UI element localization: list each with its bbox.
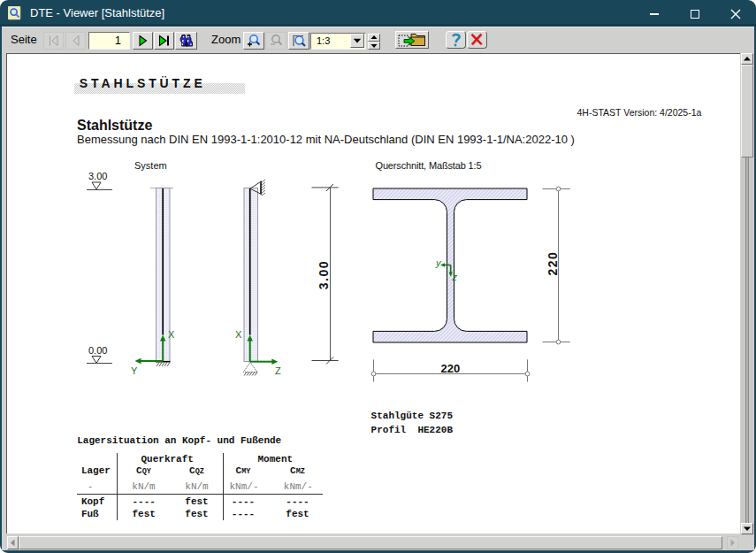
svg-text:z: z bbox=[452, 272, 458, 282]
svg-text:Z: Z bbox=[275, 365, 281, 376]
svg-text:X: X bbox=[235, 329, 242, 340]
svg-text:220: 220 bbox=[441, 362, 461, 375]
svg-text:3.00: 3.00 bbox=[88, 171, 107, 181]
svg-text:Y: Y bbox=[131, 365, 138, 376]
svg-text:0.00: 0.00 bbox=[88, 345, 107, 356]
svg-text:y: y bbox=[435, 257, 442, 268]
svg-text:3.00: 3.00 bbox=[317, 260, 332, 289]
svg-text:220: 220 bbox=[546, 251, 560, 276]
svg-text:X: X bbox=[168, 329, 175, 340]
